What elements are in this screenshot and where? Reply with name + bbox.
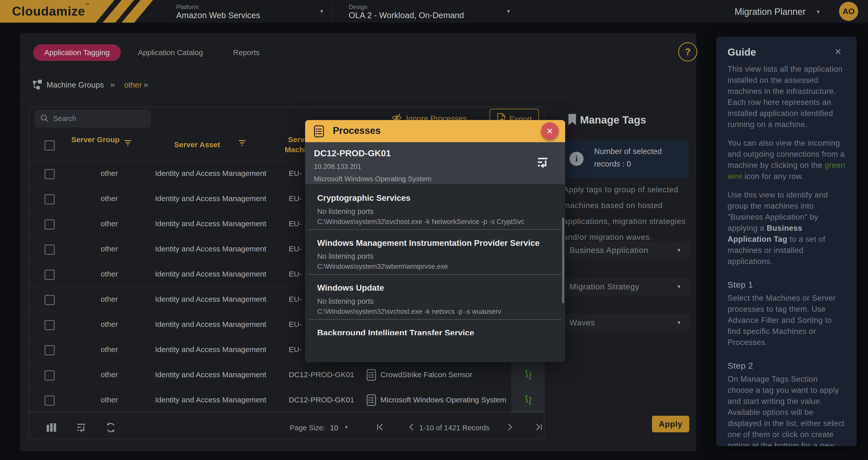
design-caret-icon[interactable]: ▼ [506,8,511,14]
breadcrumb-current[interactable]: other [124,80,142,90]
page-size-label: Page Size: [290,424,325,432]
chevron-down-icon: ▼ [676,284,681,290]
sort-order-icon-white[interactable] [537,156,550,170]
tab-application-catalog[interactable]: Application Catalog [138,44,203,61]
guide-step2-text: On Manage Tags Section choose a tag you … [727,374,846,446]
guide-body: This view lists all the application inst… [727,64,846,446]
table-footer: Page Size: 10 ▼ 1-10 of 1421 Records [29,412,544,438]
machine-os: Microsoft Windows Operating System [314,175,432,183]
app-title-caret-icon[interactable]: ▼ [816,9,821,15]
row-checkbox[interactable] [44,295,55,305]
platform-value[interactable]: Amazon Web Services [176,10,260,20]
process-ports: No listening ports [317,207,374,216]
columns-icon[interactable] [45,422,57,434]
cell-server-asset: Identity and Access Management [155,312,266,337]
design-value[interactable]: OLA 2 - Workload, On-Demand [349,10,464,20]
vertical-scrollbar[interactable] [562,218,564,303]
process-list: Cryptographic Services No listening port… [305,184,565,362]
business-application-dropdown[interactable]: Business Application ▼ [561,241,690,259]
cell-application-name: Microsoft Windows Operating System [380,387,506,413]
cell-application-name: CrowdStrike Falcon Sensor [380,362,472,387]
close-icon[interactable]: ✕ [541,122,559,140]
manage-tags-description: Apply tags to group of selected machines… [563,182,691,245]
row-checkbox[interactable] [44,396,55,406]
row-checkbox[interactable] [44,270,55,280]
process-list-icon [367,369,376,382]
cell-server-machine: EU- [289,236,302,261]
brand-logo[interactable]: Cloudamize™ [0,0,171,23]
chevron-down-icon: ▼ [676,248,681,253]
row-checkbox[interactable] [44,345,55,355]
cell-server-group: other [89,337,129,362]
next-page-icon[interactable] [507,423,513,432]
tabs-divider [20,70,696,70]
tab-label: Reports [233,48,259,57]
app-root: Cloudamize™ Platform Amazon Web Services… [0,0,868,460]
cell-server-group: other [89,236,129,261]
row-checkbox[interactable] [44,244,55,255]
chevron-down-icon: ▼ [676,320,681,326]
tab-label: Application Catalog [138,48,203,57]
page-size-value[interactable]: 10 [330,424,338,432]
row-checkbox[interactable] [44,169,55,179]
breadcrumb-separator2: » [144,80,148,89]
tab-application-tagging[interactable]: Application Tagging [33,44,121,61]
apply-button[interactable]: Apply [652,416,689,432]
help-icon[interactable]: ? [678,42,697,61]
select-all-checkbox[interactable] [44,140,55,151]
breadcrumb-root[interactable]: Machine Groups [46,80,104,90]
process-command: C:\Windows\system32\wbem\wmiprvse.exe [317,263,448,270]
table-row[interactable]: other Identity and Access Management DC1… [29,387,544,413]
processes-modal-title: Processes [333,125,381,136]
records-range: 1-10 of 1421 Records [414,424,495,432]
row-checkbox[interactable] [44,370,55,381]
wire-icon[interactable] [522,369,534,382]
dropdown-label: Business Application [569,245,649,255]
row-checkbox[interactable] [44,194,55,204]
table-row[interactable]: other Identity and Access Management DC1… [29,362,544,388]
bookmark-icon [568,114,577,126]
app-title[interactable]: Migration Planner [735,6,806,17]
filter-icon-server-asset[interactable] [239,140,246,147]
guide-step1-title: Step 1 [727,279,846,290]
filter-icon-server-group[interactable] [124,140,132,147]
processes-modal-body: DC12-PROD-GK01 10.208.133.201 Microsoft … [305,142,565,362]
platform-caret-icon[interactable]: ▼ [319,8,324,14]
sort-order-icon[interactable] [76,422,87,434]
process-command: C:\Windows\system32\svchost.exe -k netsv… [317,308,501,316]
tab-reports[interactable]: Reports [233,44,259,61]
cell-server-asset: Identity and Access Management [155,211,266,236]
previous-page-icon[interactable] [408,423,414,432]
cell-server-machine: EU- [289,337,302,362]
dropdown-label: Migration Strategy [569,282,640,291]
avatar[interactable]: AO [839,2,858,21]
migration-strategy-dropdown[interactable]: Migration Strategy ▼ [561,278,690,295]
search-input[interactable] [53,114,144,123]
cell-server-group: other [89,287,129,312]
column-header-server-group[interactable]: Server Group [70,135,121,145]
first-page-icon[interactable] [376,423,384,432]
search-box[interactable] [34,110,151,128]
guide-paragraph-2: You can also view the incoming and outgo… [727,138,846,182]
row-checkbox[interactable] [44,320,55,330]
last-page-icon[interactable] [535,423,542,432]
machine-groups-icon [33,79,43,91]
selected-records-text: Number of selected records : 0 [594,145,680,170]
wire-icon[interactable] [522,394,534,407]
guide-close-icon[interactable]: ✕ [835,46,842,57]
cell-server-asset: Identity and Access Management [155,186,266,211]
cell-server-asset: Identity and Access Management [155,261,266,287]
row-checkbox[interactable] [44,220,55,230]
refresh-icon[interactable] [105,422,117,434]
cell-server-machine: DC12-PROD-GK01 [289,387,354,413]
cell-server-asset: Identity and Access Management [155,161,266,186]
waves-dropdown[interactable]: Waves ▼ [561,314,690,331]
process-name: Cryptographic Services [317,193,410,203]
cell-server-group: other [89,161,129,186]
cell-server-machine: EU- [289,161,302,186]
cell-server-machine: EU- [289,211,302,236]
column-header-server-asset[interactable]: Server Asset [159,140,235,150]
guide-panel: Guide ✕ This view lists all the applicat… [716,36,857,446]
page-size-caret-icon[interactable]: ▼ [344,425,349,430]
cell-server-asset: Identity and Access Management [155,236,266,261]
